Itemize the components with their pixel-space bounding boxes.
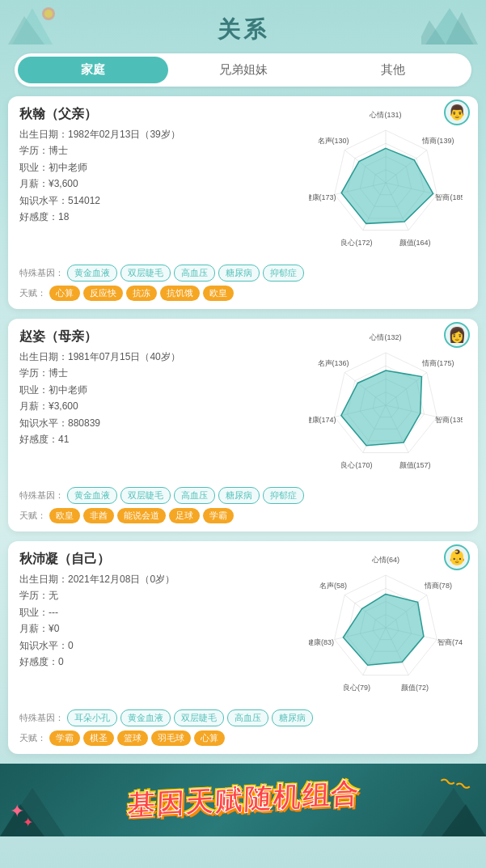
person-job: 职业：初中老师 [19, 382, 305, 398]
svg-marker-18 [341, 148, 433, 223]
gene-tag: 耳朵小孔 [67, 709, 117, 726]
radar-area: 👶 心情(64)情商(78)智商(74)颜值(72)良心(79)健康(83)名声… [305, 551, 467, 705]
svg-text:良心(170): 良心(170) [340, 461, 372, 469]
svg-text:心情(132): 心情(132) [369, 333, 401, 341]
sparkle-icon-2: ✦ [23, 815, 33, 830]
svg-text:健康(174): 健康(174) [309, 416, 336, 424]
svg-text:颜值(72): 颜值(72) [401, 684, 429, 692]
person-salary: 月薪：¥3,600 [19, 398, 305, 414]
person-favor: 好感度：0 [19, 654, 305, 670]
person-birth: 出生日期：1981年07月15日（40岁） [19, 349, 305, 365]
gene-tag: 糖尿病 [218, 265, 260, 282]
talent-tag: 羽毛球 [151, 730, 191, 746]
svg-text:智商(135): 智商(135) [435, 416, 463, 424]
person-job: 职业：--- [19, 604, 305, 620]
person-knowledge: 知识水平：880839 [19, 415, 305, 431]
gene-tag: 双层睫毛 [120, 487, 171, 504]
person-name: 秋沛凝（自己） [19, 551, 305, 568]
svg-marker-37 [341, 370, 422, 446]
gene-tag: 高血压 [174, 265, 215, 282]
gene-tag: 糖尿病 [272, 709, 313, 726]
talent-label: 天赋： [19, 287, 46, 299]
person-salary: 月薪：¥0 [19, 620, 305, 637]
mountain-deco-left [8, 4, 57, 53]
gene-tag: 黄金血液 [67, 265, 117, 282]
bottom-banner: ✦ ✦ 基因天赋随机组合 〜〜 [0, 764, 486, 836]
card-info: 秋沛凝（自己） 出生日期：2021年12月08日（0岁） 学历：无 职业：---… [19, 551, 305, 670]
svg-text:健康(173): 健康(173) [309, 193, 336, 201]
talent-label: 天赋： [19, 510, 46, 522]
radar-area: 👩 心情(132)情商(175)智商(135)颜值(157)良心(170)健康(… [305, 328, 467, 482]
svg-text:健康(83): 健康(83) [309, 638, 334, 646]
gene-tag: 糖尿病 [218, 487, 260, 504]
svg-text:情商(175): 情商(175) [421, 359, 454, 367]
talent-tag: 心算 [49, 286, 80, 301]
person-name: 秋翰（父亲） [19, 106, 305, 123]
tabs-container: 家庭 兄弟姐妹 其他 [15, 53, 471, 87]
talent-label: 天赋： [19, 732, 46, 744]
svg-text:心情(131): 心情(131) [369, 111, 401, 119]
svg-text:颜值(164): 颜值(164) [399, 239, 431, 247]
genes-label: 特殊基因： [19, 267, 64, 279]
svg-text:情商(78): 情商(78) [424, 582, 452, 590]
svg-text:名声(58): 名声(58) [319, 582, 347, 590]
talent-tag: 欧皇 [49, 508, 80, 523]
genes-row: 特殊基因： 黄金血液双层睫毛高血压糖尿病抑郁症 [19, 265, 467, 282]
talent-tag: 足球 [169, 508, 200, 523]
card-info: 秋翰（父亲） 出生日期：1982年02月13日（39岁） 学历：博士 职业：初中… [19, 106, 305, 225]
person-birth: 出生日期：2021年12月08日（0岁） [19, 571, 305, 587]
cards-container: 秋翰（父亲） 出生日期：1982年02月13日（39岁） 学历：博士 职业：初中… [0, 96, 486, 754]
card-header: 秋沛凝（自己） 出生日期：2021年12月08日（0岁） 学历：无 职业：---… [19, 551, 467, 705]
genes-label: 特殊基因： [19, 489, 64, 502]
tab-siblings[interactable]: 兄弟姐妹 [168, 57, 319, 83]
talent-tag: 心算 [194, 730, 225, 746]
person-card-2: 秋沛凝（自己） 出生日期：2021年12月08日（0岁） 学历：无 职业：---… [8, 541, 478, 754]
svg-point-3 [44, 10, 53, 18]
talent-tag: 棋圣 [83, 730, 114, 746]
gene-tag: 黄金血液 [67, 487, 117, 504]
talent-tag: 非酋 [83, 508, 114, 523]
svg-text:名声(136): 名声(136) [318, 359, 349, 367]
person-education: 学历：博士 [19, 142, 305, 159]
avatar-icon: 👩 [444, 322, 470, 348]
person-card-0: 秋翰（父亲） 出生日期：1982年02月13日（39岁） 学历：博士 职业：初中… [8, 96, 478, 309]
person-card-1: 赵姿（母亲） 出生日期：1981年07月15日（40岁） 学历：博士 职业：初中… [8, 319, 478, 531]
person-knowledge: 知识水平：514012 [19, 193, 305, 209]
talent-tag: 抗饥饿 [160, 286, 200, 301]
radar-area: 👨 心情(131)情商(139)智商(185)颜值(164)良心(172)健康(… [305, 106, 467, 260]
gene-tag: 双层睫毛 [120, 265, 171, 282]
card-header: 赵姿（母亲） 出生日期：1981年07月15日（40岁） 学历：博士 职业：初中… [19, 328, 467, 482]
person-salary: 月薪：¥3,600 [19, 176, 305, 192]
page-title: 关系 [0, 15, 486, 45]
avatar-icon: 👨 [444, 100, 470, 125]
svg-text:名声(130): 名声(130) [318, 137, 349, 145]
header: 关系 [0, 0, 486, 53]
tab-family[interactable]: 家庭 [18, 57, 168, 83]
talent-tag: 欧皇 [203, 286, 234, 301]
mountain-deco-right [421, 4, 478, 49]
svg-marker-56 [343, 594, 423, 665]
talents-row: 天赋： 心算反应快抗冻抗饥饿欧皇 [19, 286, 467, 301]
person-favor: 好感度：41 [19, 431, 305, 447]
avatar-icon: 👶 [444, 544, 470, 570]
svg-text:颜值(157): 颜值(157) [399, 461, 431, 469]
talent-tag: 学霸 [203, 508, 234, 523]
svg-text:良心(79): 良心(79) [343, 684, 370, 692]
gene-tag: 抑郁症 [263, 265, 304, 282]
tab-other[interactable]: 其他 [318, 57, 468, 83]
svg-text:智商(185): 智商(185) [435, 193, 463, 201]
talent-tag: 反应快 [83, 286, 123, 301]
person-birth: 出生日期：1982年02月13日（39岁） [19, 126, 305, 142]
svg-text:情商(139): 情商(139) [421, 137, 454, 145]
talent-tag: 学霸 [49, 730, 80, 746]
talents-row: 天赋： 欧皇非酋能说会道足球学霸 [19, 508, 467, 523]
svg-text:心情(64): 心情(64) [371, 556, 399, 564]
gene-tag: 抑郁症 [263, 487, 304, 504]
person-knowledge: 知识水平：0 [19, 637, 305, 654]
gene-tag: 高血压 [174, 487, 215, 504]
talent-tag: 抗冻 [126, 286, 157, 301]
card-header: 秋翰（父亲） 出生日期：1982年02月13日（39岁） 学历：博士 职业：初中… [19, 106, 467, 260]
talent-tag: 能说会道 [117, 508, 166, 523]
svg-text:智商(74): 智商(74) [437, 638, 463, 646]
genes-row: 特殊基因： 耳朵小孔黄金血液双层睫毛高血压糖尿病 [19, 709, 467, 726]
